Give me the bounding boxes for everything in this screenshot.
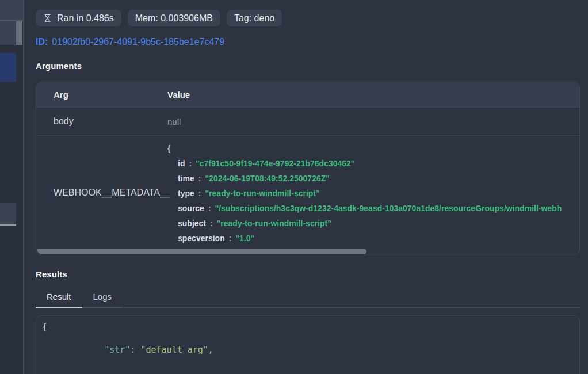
- job-id-link[interactable]: 01902fb0-2967-4091-9b5c-185be1e7c479: [52, 37, 224, 47]
- job-id-row: ID:01902fb0-2967-4091-9b5c-185be1e7c479: [36, 37, 580, 47]
- table-row-webhook-metadata: WEBHOOK__METADATA__ { id:"c7f91c50-9f19-…: [36, 135, 579, 249]
- arg-name: body: [36, 116, 167, 127]
- table-row-body-arg: body null: [36, 107, 579, 135]
- metadata-json-viewer: { id:"c7f91c50-9f19-474e-9792-21b76dc304…: [167, 136, 579, 249]
- job-run-detail-screen: Ran in 0.486s Mem: 0.003906MB Tag: deno …: [0, 0, 588, 374]
- tag-badge: Tag: deno: [227, 10, 282, 26]
- arguments-table: Arg Value body null WEBHOOK__METADATA__ …: [36, 82, 580, 255]
- arguments-table-header: Arg Value: [36, 82, 579, 107]
- tab-logs[interactable]: Logs: [82, 288, 123, 308]
- json-entry-specversion: specversion:"1.0": [167, 231, 579, 246]
- json-entry-time: time:"2024-06-19T08:49:52.2500726Z": [167, 171, 579, 186]
- run-list-item[interactable]: [0, 203, 16, 226]
- result-entry-str: "str":"default arg",: [42, 333, 574, 367]
- horizontal-scrollbar-track[interactable]: [37, 249, 579, 254]
- json-entry-subject: subject:"ready-to-run-windmill-script": [167, 216, 579, 231]
- arguments-heading: Arguments: [36, 61, 580, 71]
- horizontal-scrollbar-thumb[interactable]: [37, 249, 366, 254]
- runs-minimap-rail: [0, 0, 23, 374]
- run-stats-row: Ran in 0.486s Mem: 0.003906MB Tag: deno: [36, 10, 580, 26]
- result-entry-union: "union":"Hello World": [42, 367, 574, 374]
- run-detail-main: Ran in 0.486s Mem: 0.003906MB Tag: deno …: [24, 0, 588, 374]
- tab-result[interactable]: Result: [36, 288, 82, 308]
- memory-badge: Mem: 0.003906MB: [128, 10, 220, 26]
- open-brace: {: [167, 144, 170, 153]
- rail-scrollbar-thumb[interactable]: [16, 21, 22, 45]
- value-column-header: Value: [167, 90, 579, 100]
- arg-name: WEBHOOK__METADATA__: [36, 136, 167, 249]
- job-id-label: ID:: [36, 37, 48, 47]
- result-open-brace: {: [42, 322, 47, 332]
- json-entry-source: source:"/subscriptions/h3c3qw-d1232-4asd…: [167, 201, 579, 216]
- arg-value-null: null: [167, 117, 579, 127]
- json-entry-type: type:"ready-to-run-windmill-script": [167, 186, 579, 201]
- runtime-badge-label: Ran in 0.486s: [57, 13, 114, 24]
- arg-column-header: Arg: [36, 90, 167, 100]
- runtime-badge: Ran in 0.486s: [36, 10, 121, 26]
- json-entry-id: id:"c7f91c50-9f19-474e-9792-21b76dc30462…: [167, 156, 579, 171]
- hourglass-icon: [43, 14, 52, 22]
- result-json-panel: { "str":"default arg", "union":"Hello Wo…: [36, 315, 580, 374]
- run-list-item[interactable]: [0, 0, 23, 21]
- results-tabs: Result Logs: [36, 288, 580, 308]
- run-list-item[interactable]: [0, 21, 16, 45]
- results-heading: Results: [36, 269, 580, 279]
- run-list-item-selected[interactable]: [0, 53, 16, 82]
